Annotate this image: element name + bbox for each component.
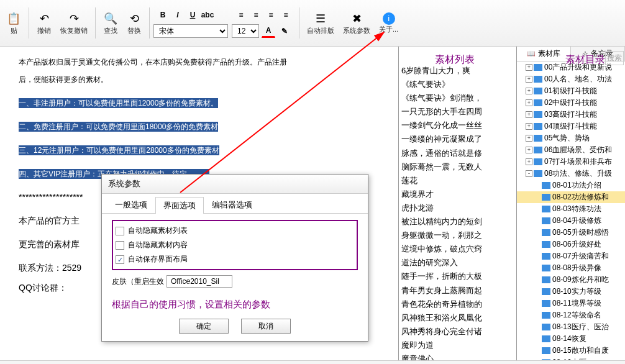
expand-icon[interactable]: + (526, 88, 532, 94)
autolayout-button[interactable]: ☰自动排版 (303, 10, 338, 37)
tree-node[interactable]: +05气势、势场 (517, 132, 625, 144)
tree-node[interactable]: 08-07升级痛苦和 (517, 250, 625, 262)
list-item[interactable]: 一缕缕的神元凝聚成了 (399, 132, 516, 146)
skin-select[interactable]: Office2010_Sil (167, 275, 232, 288)
folder-icon (534, 135, 542, 142)
list-item[interactable]: 风神狼王和浴火凤凰化 (399, 311, 516, 325)
undo-button[interactable]: ↶撤销 (33, 10, 55, 37)
list-item[interactable]: 《练气要诀》剑消散， (399, 91, 516, 105)
list-item[interactable]: 魔意佛心 (399, 352, 516, 360)
material-list[interactable]: 6岁膝青山大力，爽《练气要诀》《练气要诀》剑消散，一只无形的大手在四周一缕剑气分… (399, 47, 516, 360)
tree-node[interactable]: 08-04升级修炼 (517, 215, 625, 227)
ok-button[interactable]: 确定 (179, 319, 229, 334)
align-right-button[interactable]: ≡ (264, 8, 278, 22)
folder-icon (534, 123, 542, 130)
paste-button[interactable]: 📋贴 (2, 10, 25, 37)
list-item[interactable]: 道法的研究深入 (399, 256, 516, 270)
expand-icon[interactable]: + (526, 147, 532, 153)
tab-material-lib[interactable]: 📖 素材库 (517, 47, 571, 61)
expand-icon[interactable]: + (526, 123, 532, 130)
align-center-button[interactable]: ≡ (249, 8, 263, 22)
align-left-button[interactable]: ≡ (234, 8, 248, 22)
list-item[interactable]: 被注以精纯内力的短剑 (399, 215, 516, 229)
list-item[interactable]: 一只无形的大手在四周 (399, 105, 516, 119)
tree-node[interactable]: 08-16中医 (517, 357, 625, 360)
tree-node[interactable]: 08-14恢复 (517, 333, 625, 345)
tree-node[interactable]: 08-11境界等级 (517, 298, 625, 309)
tree-label: 05气势、势场 (544, 133, 590, 143)
list-item[interactable]: 藏境界才 (399, 188, 516, 201)
strike-button[interactable]: abc (201, 8, 214, 22)
tree-node[interactable]: 08-10实力等级 (517, 286, 625, 298)
checkbox-hide-content[interactable] (116, 241, 124, 250)
list-item[interactable]: 《练气要诀》 (399, 78, 516, 91)
tab-editor[interactable]: 编辑器选项 (204, 196, 260, 213)
expand-icon[interactable]: + (526, 111, 532, 118)
tree-node[interactable]: 08-12等级命名 (517, 309, 625, 321)
underline-button[interactable]: U (186, 8, 199, 22)
list-item[interactable]: 随手一挥，折断的大板 (399, 270, 516, 283)
redo-button[interactable]: ↷恢复撤销 (57, 10, 91, 37)
expand-icon[interactable]: - (526, 170, 532, 177)
expand-icon[interactable]: + (526, 135, 532, 142)
tree-node[interactable]: +02中级打斗技能 (517, 97, 625, 109)
font-select[interactable]: 宋体 (153, 24, 228, 38)
italic-button[interactable]: I (171, 8, 185, 22)
tab-general[interactable]: 一般选项 (107, 196, 155, 213)
expand-icon[interactable]: + (526, 158, 532, 165)
checkbox-save-layout[interactable] (116, 255, 124, 264)
tree-node[interactable]: 08-05升级时感悟 (517, 227, 625, 239)
list-item[interactable]: 风神秀将身心完全付诸 (399, 325, 516, 339)
folder-icon (534, 88, 542, 94)
bold-button[interactable]: B (156, 8, 170, 22)
tree-node[interactable]: +01初级打斗技能 (517, 85, 625, 97)
list-item[interactable]: 脉感，通俗的话就是修 (399, 147, 516, 160)
list-item[interactable]: 逆境中修炼，破点穴窍 (399, 242, 516, 256)
checkbox-hide-list[interactable] (116, 227, 124, 235)
list-item[interactable]: 青年男女身上蒸腾而起 (399, 284, 516, 298)
list-item[interactable]: 一缕剑气分化成一丝丝 (399, 119, 516, 132)
tree-node[interactable]: +04顶级打斗技能 (517, 121, 625, 132)
list-item[interactable]: 虎扑龙游 (399, 201, 516, 215)
sysparam-button[interactable]: ✖系统参数 (339, 10, 374, 37)
list-item[interactable]: 青色花朵的奇异植物的 (399, 298, 516, 311)
expand-icon[interactable]: + (526, 64, 532, 71)
material-tree[interactable]: +00产品升级和更新说+00人名、地名、功法+01初级打斗技能+02中级打斗技能… (517, 61, 625, 360)
about-button[interactable]: i关于... (375, 11, 402, 35)
tree-label: 07打斗场景和排兵布 (544, 157, 612, 167)
folder-icon (542, 206, 550, 212)
folder-icon (542, 312, 550, 319)
material-tree-header: 素材目录 (565, 51, 605, 69)
align-justify-button[interactable]: ≡ (279, 8, 293, 22)
tree-node[interactable]: 08-13医疗、医治 (517, 321, 625, 333)
tree-node[interactable]: 08-02功法修炼和 (517, 191, 625, 203)
tree-node[interactable]: +00人名、地名、功法 (517, 73, 625, 85)
tree-node[interactable]: 08-03特殊功法 (517, 203, 625, 215)
list-item[interactable]: 莲花 (399, 174, 516, 188)
folder-icon (542, 335, 550, 342)
list-item[interactable]: 身躯微微一动，刹那之 (399, 229, 516, 242)
cancel-button[interactable]: 取消 (241, 319, 291, 334)
tree-node[interactable]: +03高级打斗技能 (517, 109, 625, 121)
list-item[interactable]: 脑际蓦然一震，无数人 (399, 160, 516, 174)
size-select[interactable]: 12 (232, 24, 259, 38)
tree-node[interactable]: 08-09炼化丹和吃 (517, 274, 625, 286)
tree-node[interactable]: +06血腥场景、受伤和 (517, 144, 625, 156)
replace-button[interactable]: ⟲替换 (123, 10, 145, 37)
expand-icon[interactable]: + (526, 76, 532, 83)
folder-icon (542, 182, 550, 189)
tab-interface[interactable]: 界面选项 (155, 197, 204, 214)
tree-node[interactable]: +07打斗场景和排兵布 (517, 156, 625, 168)
redo-icon: ↷ (66, 11, 81, 26)
tree-node[interactable]: -08功法、修练、升级 (517, 168, 625, 180)
tree-node[interactable]: 08-01功法介绍 (517, 180, 625, 191)
tree-node[interactable]: 08-15散功和自废 (517, 345, 625, 357)
list-item[interactable]: 魔即为道 (399, 339, 516, 352)
tree-node[interactable]: 08-08升级异像 (517, 262, 625, 274)
search-input[interactable]: 搜索 (605, 51, 624, 65)
tree-node[interactable]: 08-06升级好处 (517, 239, 625, 250)
expand-icon[interactable]: + (526, 99, 532, 106)
font-color-button[interactable]: A (262, 24, 275, 38)
highlight-button[interactable]: ✎ (278, 24, 291, 38)
find-button[interactable]: 🔍查找 (99, 10, 122, 37)
